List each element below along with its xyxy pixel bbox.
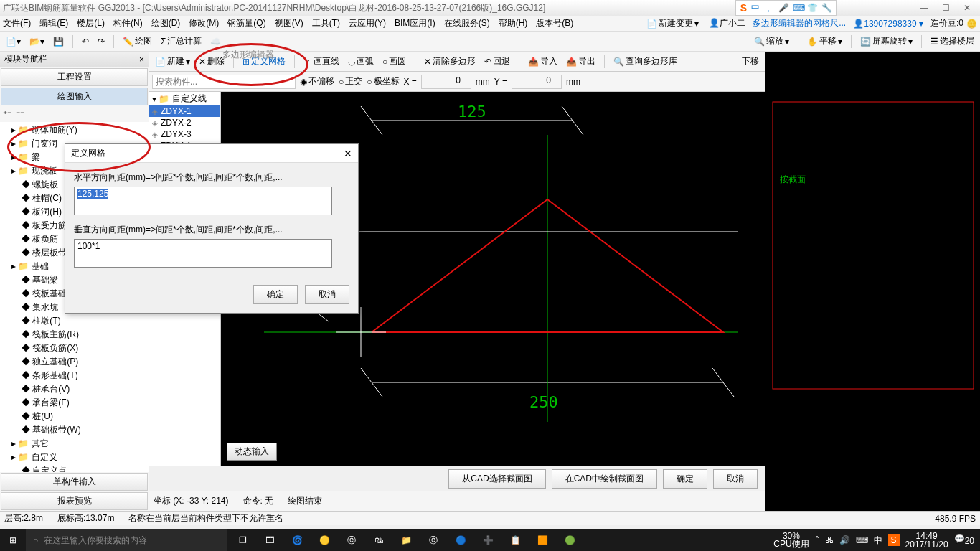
tab-project-settings[interactable]: 工程设置 <box>1 68 148 86</box>
tab-draw-input[interactable]: 绘图输入 <box>1 88 148 105</box>
draw-button[interactable]: ✏️绘图 <box>120 34 155 49</box>
menu-tools[interactable]: 工具(T) <box>312 17 340 29</box>
select-floor-button[interactable]: ☰ 选择楼层 <box>928 34 977 49</box>
taskbar-search[interactable]: ○ 在这里输入你要搜索的内容 <box>26 529 227 551</box>
taskbar-explorer-icon[interactable]: 📁 <box>393 529 419 551</box>
windows-taskbar[interactable]: ⊞ ○ 在这里输入你要搜索的内容 ❐ 🗔 🌀 🟡 ⓔ 🛍 📁 ⓔ 🔵 ➕ 📋 🟧… <box>0 529 980 551</box>
taskbar-app-1[interactable]: 🗔 <box>257 529 283 551</box>
menu-help[interactable]: 帮助(H) <box>499 17 528 29</box>
menu-cloud[interactable]: 云应用(Y) <box>349 17 386 29</box>
radio-no-offset[interactable]: ◉ 不偏移 <box>300 75 334 88</box>
export-button[interactable]: 📤导出 <box>563 54 598 69</box>
cloud-check-button[interactable]: ☁️ <box>207 35 224 48</box>
tree-item[interactable]: ◆ 基础板带(W) <box>1 423 147 437</box>
coin-balance[interactable]: 造价豆:0 🪙 <box>930 17 977 29</box>
ime-punct-icon[interactable]: ， <box>764 3 774 13</box>
poly-new-button[interactable]: 📄新建 ▾ <box>152 54 193 69</box>
h-spacing-input[interactable]: 125,125 <box>74 187 332 215</box>
menu-rebar[interactable]: 钢筋量(Q) <box>227 17 265 29</box>
list-root[interactable]: ▾ 📁 自定义线 <box>149 92 220 105</box>
tree-item[interactable]: ◆ 独立基础(P) <box>1 355 147 369</box>
taskbar-app-8[interactable]: 🟢 <box>557 529 583 551</box>
maximize-button[interactable]: ☐ <box>936 1 956 14</box>
task-view-icon[interactable]: ❐ <box>230 529 255 551</box>
taskbar-edge-icon[interactable]: ⓔ <box>339 529 364 551</box>
taskbar-app-5[interactable]: ➕ <box>475 529 501 551</box>
start-button[interactable]: ⊞ <box>0 529 26 551</box>
pan-button[interactable]: ✋平移 ▾ <box>804 34 845 49</box>
taskbar-app-2[interactable]: 🌀 <box>284 529 310 551</box>
taskbar-app-3[interactable]: 🟡 <box>311 529 337 551</box>
tree-item[interactable]: ◆ 筏板负筋(X) <box>1 342 147 355</box>
ime-mic-icon[interactable]: 🎤 <box>778 3 788 13</box>
back-button[interactable]: ↶ 回退 <box>481 54 513 69</box>
sum-calc-button[interactable]: Σ 汇总计算 <box>158 34 204 49</box>
tree-item[interactable]: ▸ 📁 自定义 <box>1 451 147 464</box>
menu-file[interactable]: 文件(F) <box>3 17 31 29</box>
x-coord-input[interactable]: 0 <box>421 75 471 89</box>
import-button[interactable]: 📥导入 <box>525 54 560 69</box>
ime-keyboard-icon[interactable]: ⌨ <box>793 3 803 13</box>
menu-draw[interactable]: 绘图(D) <box>151 17 181 29</box>
main-ok-button[interactable]: 确定 <box>663 469 707 489</box>
tray-notification-icon[interactable]: 💬20 <box>954 534 974 546</box>
taskbar-app-6[interactable]: 📋 <box>502 529 528 551</box>
taskbar-app-7[interactable]: 🟧 <box>529 529 555 551</box>
tray-keyboard-icon[interactable]: ⌨ <box>856 535 868 545</box>
tray-sogou-icon[interactable]: S <box>888 534 900 546</box>
ime-toolbar[interactable]: S 中 ， 🎤 ⌨ 👕 🔧 <box>735 0 837 16</box>
menu-component[interactable]: 构件(N) <box>113 17 143 29</box>
minimize-button[interactable]: — <box>914 1 934 14</box>
save-button[interactable]: 💾 <box>50 35 67 48</box>
tree-item[interactable]: ◆ 条形基础(T) <box>1 369 147 382</box>
draw-arc-button[interactable]: ◡ 画弧 <box>345 54 377 69</box>
menu-bim[interactable]: BIM应用(I) <box>395 17 435 29</box>
tray-clock[interactable]: 14:49 2017/11/20 <box>905 532 948 549</box>
tab-report-preview[interactable]: 报表预览 <box>1 492 148 510</box>
menu-version[interactable]: 版本号(B) <box>536 17 573 29</box>
draw-circle-button[interactable]: ○ 画圆 <box>380 54 409 69</box>
query-polygon-button[interactable]: 🔍 查询多边形库 <box>611 54 680 69</box>
cpu-meter[interactable]: 30% CPU使用 <box>773 532 809 548</box>
taskbar-app-4[interactable]: 🔵 <box>448 529 473 551</box>
tree-item[interactable]: ◆ 桩承台(V) <box>1 382 147 396</box>
menu-modify[interactable]: 修改(M) <box>189 17 219 29</box>
rotate-button[interactable]: 🔄屏幕旋转 ▾ <box>857 34 915 49</box>
tree-item[interactable]: ▸ 📁 其它 <box>1 437 147 451</box>
ime-skin-icon[interactable]: 👕 <box>807 3 817 13</box>
main-cancel-button[interactable]: 取消 <box>713 469 758 489</box>
menu-floor[interactable]: 楼层(L) <box>77 17 105 29</box>
tray-chevron-icon[interactable]: ˄ <box>815 535 819 545</box>
tree-item[interactable]: ◆ 承台梁(F) <box>1 396 147 410</box>
tree-item[interactable]: ◆ 自定义点 <box>1 464 147 472</box>
y-coord-input[interactable]: 0 <box>512 75 562 89</box>
menu-view[interactable]: 视图(V) <box>275 17 303 29</box>
dialog-cancel-button[interactable]: 取消 <box>305 285 349 304</box>
dynamic-input-button[interactable]: 动态输入 <box>227 443 277 461</box>
draw-line-button[interactable]: ⟋ 画直线 <box>301 54 342 69</box>
new-change-button[interactable]: 📄新建变更 ▾ <box>644 16 702 31</box>
close-button[interactable]: ✕ <box>957 1 977 14</box>
list-item[interactable]: ◈ ZDYX-2 <box>149 117 220 128</box>
cad-draw-section-button[interactable]: 在CAD中绘制截面图 <box>552 469 657 489</box>
redo-button[interactable]: ↷ <box>95 35 108 48</box>
tree-item[interactable]: ◆ 桩(U) <box>1 410 147 423</box>
tab-single-input[interactable]: 单构件输入 <box>1 473 148 491</box>
v-spacing-input[interactable]: 100*1 <box>74 239 332 268</box>
dialog-ok-button[interactable]: 确定 <box>253 285 298 304</box>
tree-item[interactable]: ◆ 筏板主筋(R) <box>1 328 147 342</box>
dialog-close-icon[interactable]: ✕ <box>344 148 352 159</box>
zoom-button[interactable]: 🔍缩放 ▾ <box>751 34 792 49</box>
tree-item[interactable]: ▸ 📁 砌体加筋(Y) <box>1 123 147 137</box>
taskbar-ie-icon[interactable]: ⓔ <box>420 529 446 551</box>
clear-polygon-button[interactable]: ✕ 清除多边形 <box>421 54 479 69</box>
search-component-input[interactable] <box>152 75 296 89</box>
move-down-button[interactable]: 下移 <box>739 54 762 69</box>
tree-item[interactable]: ◆ 柱墩(T) <box>1 314 147 328</box>
tray-volume-icon[interactable]: 🔊 <box>839 535 850 545</box>
list-item[interactable]: ◈ ZDYX-3 <box>149 128 220 140</box>
radio-ortho[interactable]: ○ 正交 <box>339 75 362 88</box>
taskbar-store-icon[interactable]: 🛍 <box>366 529 392 551</box>
account-number[interactable]: 👤13907298339 ▾ <box>853 19 923 29</box>
ime-tool-icon[interactable]: 🔧 <box>821 3 831 13</box>
